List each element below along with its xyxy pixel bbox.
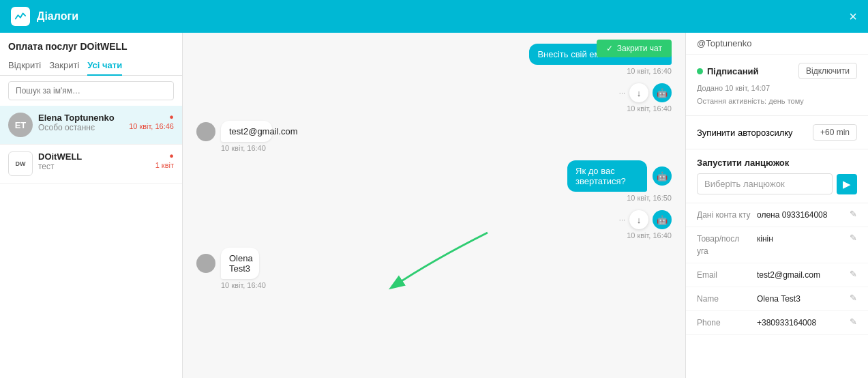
message-row: Olena Test3 10 квіт, 16:40: [196, 248, 672, 289]
contact-value: +380933164008: [757, 317, 841, 329]
main-layout: Оплата послуг DOitWELL Відкриті Закриті …: [0, 33, 868, 378]
header-title: Діалоги: [37, 10, 78, 23]
avatar: ET: [8, 113, 33, 137]
message-row: Як до вас звертатися? 🤖 10 квіт, 16:50: [196, 160, 672, 202]
rp-status: Підписаний: [697, 66, 759, 76]
header-left: Діалоги: [11, 7, 78, 26]
sidebar-tabs: Відкриті Закриті Усі чати: [0, 56, 182, 76]
edit-icon[interactable]: ✎: [850, 317, 857, 327]
right-panel: @Toptunenko Підписаний Відключити Додано…: [685, 33, 868, 378]
chat-info: Elena Toptunenko Особо останнє: [38, 113, 123, 132]
rp-stop-row: Зупинити авторозсилку +60 min: [697, 124, 857, 141]
bot-icon: 🤖: [653, 210, 672, 229]
checkmark-icon: ✓: [606, 44, 613, 53]
rp-chain-label: Запустити ланцюжок: [697, 158, 857, 168]
close-chat-button[interactable]: ✓ Закрити чат: [597, 40, 672, 57]
chat-time: 10 квіт, 16:46: [129, 122, 174, 130]
app-logo: [11, 7, 30, 26]
tab-open[interactable]: Відкриті: [8, 56, 41, 76]
rp-stop-section: Зупинити авторозсилку +60 min: [686, 116, 868, 149]
contact-key: Товар/посл уга: [697, 233, 751, 257]
status-label: Підписаний: [707, 66, 759, 76]
bot-action-row: ··· ↓ 🤖: [619, 210, 672, 229]
message-bubble: test2@gmail.com: [221, 121, 272, 142]
chat-sub: тест: [38, 162, 150, 171]
message-row: test2@gmail.com 10 квіт, 16:40: [196, 121, 672, 152]
rp-chain-row: Виберіть ланцюжок ▶: [697, 173, 857, 194]
chat-meta: ● 10 квіт, 16:46: [129, 113, 174, 130]
avatar: DW: [8, 151, 33, 176]
message-row: ··· ↓ 🤖 10 квіт, 16:40: [196, 210, 672, 239]
rp-contacts: Дані конта кту олена 0933164008 ✎ Товар/…: [686, 203, 868, 335]
ellipsis: ···: [619, 216, 625, 224]
unsubscribe-button[interactable]: Відключити: [798, 63, 857, 79]
message-time: 10 квіт, 16:40: [221, 144, 266, 152]
rp-username: @Toptunenko: [686, 33, 868, 55]
contact-value: олена 0933164008: [757, 209, 841, 221]
message-sender-row: test2@gmail.com: [196, 121, 306, 142]
stop-autosend-text: Зупинити авторозсилку: [697, 128, 793, 138]
chat-sub: Особо останнє: [38, 123, 123, 132]
chat-meta: ● 1 квіт: [155, 151, 174, 169]
contact-key: Phone: [697, 317, 751, 329]
sidebar-page-title: Оплата послуг DOitWELL: [0, 33, 182, 56]
bot-icon: 🤖: [653, 83, 672, 102]
chat-item[interactable]: ET Elena Toptunenko Особо останнє ● 10 к…: [0, 106, 182, 145]
search-input[interactable]: [8, 81, 174, 100]
tab-closed[interactable]: Закриті: [49, 56, 79, 76]
sender-avatar: [196, 122, 215, 141]
contact-key: Email: [697, 269, 751, 281]
close-chat-label: Закрити чат: [617, 44, 662, 53]
bot-action-row: ··· ↓ 🤖: [619, 83, 672, 102]
header-close-button[interactable]: ×: [849, 9, 857, 25]
rp-status-row: Підписаний Відключити: [697, 63, 857, 79]
unread-dot: ●: [169, 151, 174, 160]
arrow-down-icon[interactable]: ↓: [629, 83, 648, 102]
message-time: 10 квіт, 16:40: [221, 281, 266, 289]
chat-name: DOitWELL: [38, 151, 150, 162]
message-bubble: Olena Test3: [221, 248, 259, 279]
message-row: ··· ↓ 🤖 10 квіт, 16:40: [196, 83, 672, 113]
edit-icon[interactable]: ✎: [850, 209, 857, 219]
rp-status-section: Підписаний Відключити Додано 10 квіт, 14…: [686, 55, 868, 116]
chat-name: Elena Toptunenko: [38, 113, 123, 123]
contact-row: Дані конта кту олена 0933164008 ✎: [686, 203, 868, 227]
edit-icon[interactable]: ✎: [850, 233, 857, 243]
contact-value: test2@gmail.com: [757, 269, 841, 281]
rp-chain-section: Запустити ланцюжок Виберіть ланцюжок ▶: [686, 149, 868, 203]
header: Діалоги ×: [0, 0, 868, 33]
edit-icon[interactable]: ✎: [850, 269, 857, 279]
message-bubble: Як до вас звертатися?: [567, 160, 647, 192]
contact-key: Name: [697, 293, 751, 305]
edit-icon[interactable]: ✎: [850, 293, 857, 303]
message-sender-row: Olena Test3: [196, 248, 284, 279]
chat-messages: Внесіть свій емейл контактний 10 квіт, 1…: [183, 33, 685, 378]
contact-value: кінін: [757, 233, 841, 245]
chat-area: ✓ Закрити чат Внесіть свій емейл контакт…: [183, 33, 685, 378]
chain-select[interactable]: Виберіть ланцюжок: [697, 173, 833, 194]
sender-avatar: [196, 254, 215, 273]
contact-row: Phone +380933164008 ✎: [686, 311, 868, 335]
unread-dot: ●: [169, 113, 174, 121]
chat-item[interactable]: DW DOitWELL тест ● 1 квіт: [0, 145, 182, 184]
contact-row: Email test2@gmail.com ✎: [686, 263, 868, 287]
contact-key: Дані конта кту: [697, 209, 751, 221]
play-icon: ▶: [843, 178, 851, 190]
arrow-down-icon[interactable]: ↓: [629, 210, 648, 229]
sidebar: Оплата послуг DOitWELL Відкриті Закриті …: [0, 33, 183, 378]
chat-time: 1 квіт: [155, 161, 174, 169]
green-dot-icon: [697, 68, 703, 74]
chat-info: DOitWELL тест: [38, 151, 150, 171]
message-time: 10 квіт, 16:40: [627, 67, 672, 75]
ellipsis: ···: [619, 89, 625, 97]
last-activity: Остання активність: день тому: [697, 95, 857, 108]
added-date: Додано 10 квіт, 14:07: [697, 82, 857, 95]
rp-meta: Додано 10 квіт, 14:07 Остання активність…: [697, 82, 857, 107]
contact-row: Товар/посл уга кінін ✎: [686, 227, 868, 263]
message-time: 10 квіт, 16:40: [627, 104, 672, 113]
chat-list: ET Elena Toptunenko Особо останнє ● 10 к…: [0, 106, 182, 378]
chain-run-button[interactable]: ▶: [837, 174, 857, 194]
contact-row: Name Olena Test3 ✎: [686, 287, 868, 311]
tab-all[interactable]: Усі чати: [87, 56, 122, 76]
plus60-button[interactable]: +60 min: [813, 124, 857, 141]
